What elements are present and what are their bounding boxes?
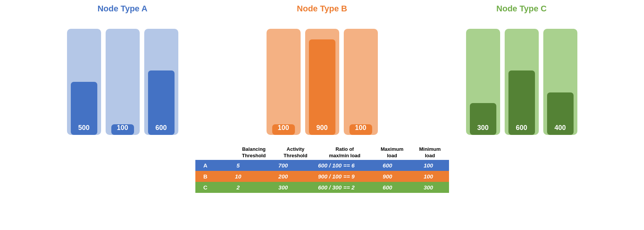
bar-value-label: 100 bbox=[278, 124, 289, 132]
row-cell: 600 / 100 == 6 bbox=[306, 160, 367, 171]
bar-inner: 100 bbox=[349, 124, 372, 135]
table-row: B10200900 / 100 == 9900100 bbox=[195, 171, 449, 182]
bar-value-label: 500 bbox=[78, 124, 89, 132]
node-type-b-header: Node Type B bbox=[262, 4, 383, 14]
bar-outer: 600 bbox=[505, 29, 539, 135]
table-column-header: BalancingThreshold bbox=[233, 146, 275, 159]
bar-value-label: 400 bbox=[554, 124, 566, 132]
row-cell: 2 bbox=[216, 182, 261, 193]
bar-value-label: 600 bbox=[516, 124, 527, 132]
table-row: C2300600 / 300 == 2600300 bbox=[195, 182, 449, 193]
row-cell: 300 bbox=[260, 182, 306, 193]
bar-value-label: 100 bbox=[355, 124, 366, 132]
bar-wrapper: 900 bbox=[305, 29, 339, 135]
row-cell: 600 bbox=[367, 182, 408, 193]
bar-inner: 500 bbox=[71, 82, 97, 135]
bar-wrapper: 500 bbox=[67, 29, 101, 135]
bar-inner: 600 bbox=[148, 70, 175, 135]
table-headers: BalancingThresholdActivityThresholdRatio… bbox=[195, 146, 449, 159]
bar-wrapper: 400 bbox=[543, 29, 577, 135]
bar-inner: 900 bbox=[309, 39, 335, 135]
bar-value-label: 900 bbox=[316, 124, 327, 132]
bar-inner: 300 bbox=[470, 103, 496, 135]
bar-outer: 100 bbox=[106, 29, 140, 135]
bar-inner: 100 bbox=[272, 124, 295, 135]
row-cell: 600 bbox=[367, 160, 408, 171]
row-cell: 700 bbox=[260, 160, 306, 171]
bar-outer: 100 bbox=[344, 29, 378, 135]
bar-inner: 600 bbox=[508, 70, 535, 135]
row-id: B bbox=[195, 171, 216, 182]
row-cell: 900 bbox=[367, 171, 408, 182]
row-cell: 100 bbox=[408, 160, 449, 171]
bar-wrapper: 600 bbox=[144, 29, 178, 135]
bar-outer: 100 bbox=[267, 29, 301, 135]
row-cell: 600 / 300 == 2 bbox=[306, 182, 367, 193]
bar-chart-area: 500100600100900100300600400 bbox=[0, 17, 644, 135]
row-cell: 300 bbox=[408, 182, 449, 193]
table-column-header: Minimumload bbox=[411, 146, 449, 159]
table-column-header bbox=[214, 146, 233, 159]
bar-outer: 600 bbox=[144, 29, 178, 135]
bar-wrapper: 600 bbox=[505, 29, 539, 135]
node-group-node-type-a: 500100600 bbox=[67, 29, 178, 135]
bar-inner: 400 bbox=[547, 92, 574, 135]
row-cell: 100 bbox=[408, 171, 449, 182]
bar-inner: 100 bbox=[111, 124, 134, 135]
bar-wrapper: 300 bbox=[466, 29, 500, 135]
bar-wrapper: 100 bbox=[344, 29, 378, 135]
bar-outer: 900 bbox=[305, 29, 339, 135]
table-column-header: ActivityThreshold bbox=[275, 146, 317, 159]
row-cell: 200 bbox=[260, 171, 306, 182]
bar-outer: 400 bbox=[543, 29, 577, 135]
bar-outer: 300 bbox=[466, 29, 500, 135]
node-group-node-type-c: 300600400 bbox=[466, 29, 577, 135]
row-id: C bbox=[195, 182, 216, 193]
row-cell: 10 bbox=[216, 171, 261, 182]
node-headers: Node Type A Node Type B Node Type C bbox=[0, 4, 644, 14]
node-type-a-header: Node Type A bbox=[62, 4, 183, 14]
row-cell: 5 bbox=[216, 160, 261, 171]
row-cell: 900 / 100 == 9 bbox=[306, 171, 367, 182]
main-container: Node Type A Node Type B Node Type C 5001… bbox=[0, 0, 644, 230]
bar-value-label: 600 bbox=[155, 124, 167, 132]
table-area: BalancingThresholdActivityThresholdRatio… bbox=[0, 146, 644, 193]
node-group-node-type-b: 100900100 bbox=[267, 29, 378, 135]
row-id: A bbox=[195, 160, 216, 171]
table-row: A5700600 / 100 == 6600100 bbox=[195, 160, 449, 171]
bar-value-label: 100 bbox=[117, 124, 128, 132]
table-container: BalancingThresholdActivityThresholdRatio… bbox=[195, 146, 449, 193]
table-column-header: Ratio ofmax/min load bbox=[317, 146, 373, 159]
table-column-header: Maximumload bbox=[373, 146, 411, 159]
node-type-c-header: Node Type C bbox=[461, 4, 582, 14]
bar-wrapper: 100 bbox=[267, 29, 301, 135]
bar-value-label: 300 bbox=[477, 124, 488, 132]
data-table: A5700600 / 100 == 6600100B10200900 / 100… bbox=[195, 160, 449, 193]
bar-outer: 500 bbox=[67, 29, 101, 135]
bar-wrapper: 100 bbox=[106, 29, 140, 135]
